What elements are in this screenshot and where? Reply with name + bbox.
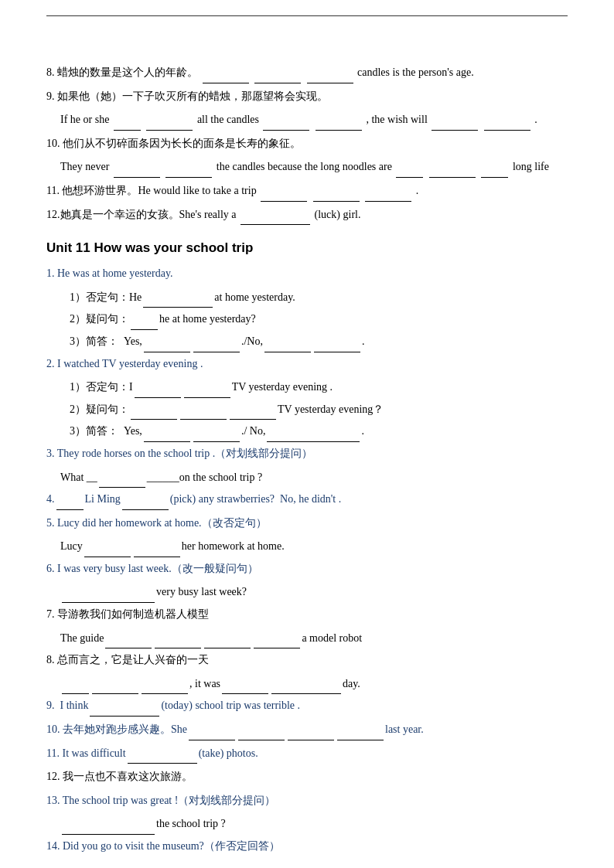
- blank-1-a2[interactable]: [193, 340, 240, 352]
- unit-title: Unit 11 How was your school trip: [46, 240, 568, 256]
- unit-item-2-sub2: 2）疑问句：TV yesterday evening？: [70, 400, 568, 420]
- blank-10u-4[interactable]: [337, 728, 384, 740]
- blank-10u-1[interactable]: [189, 728, 235, 740]
- blank-8u-5[interactable]: [271, 682, 341, 694]
- blank-1-a1[interactable]: [144, 340, 190, 352]
- unit-item-14-followup: ,.: [60, 860, 568, 868]
- unit-item-9: 9. I think(today) school trip was terrib…: [46, 696, 568, 717]
- item-10: 10. 他们从不切碎面条因为长长的面条是长寿的象征。: [46, 134, 568, 155]
- blank-11-3[interactable]: [365, 189, 411, 202]
- blank-2-a3[interactable]: [267, 430, 360, 442]
- unit-item-1: 1. He was at home yesterday.: [46, 264, 568, 284]
- unit-item-8-english: , it wasday.: [60, 674, 568, 695]
- blank-2-q-2[interactable]: [180, 407, 227, 420]
- blank-2-a2[interactable]: [193, 430, 240, 442]
- blank-8-3[interactable]: [307, 71, 353, 83]
- blank-9-4[interactable]: [316, 118, 362, 131]
- unit-item-11: 11. It was difficult(take) photos.: [46, 744, 568, 764]
- unit-item-5: 5. Lucy did her homework at home.（改否定句）: [46, 513, 568, 534]
- top-border: [46, 15, 568, 16]
- blank-8u-1[interactable]: [62, 682, 89, 694]
- blank-8-2[interactable]: [254, 71, 301, 83]
- unit-item-12: 12. 我一点也不喜欢这次旅游。: [46, 767, 568, 788]
- unit-item-13-followup: the school trip ?: [60, 814, 568, 835]
- blank-11-1[interactable]: [261, 189, 307, 202]
- blank-2-q-3[interactable]: [230, 407, 276, 420]
- unit-item-7: 7. 导游教我们如何制造机器人模型: [46, 604, 568, 625]
- blank-7-4[interactable]: [254, 636, 300, 648]
- unit-item-3-followup: What ________on the school trip ?: [60, 468, 568, 488]
- unit-item-10: 10. 去年她对跑步感兴趣。Shelast year.: [46, 720, 568, 740]
- blank-1-q-1[interactable]: [131, 318, 158, 330]
- unit-item-1-sub3: 3）简答： Yes,./No,.: [70, 332, 568, 352]
- blank-2-neg-1[interactable]: [135, 386, 181, 398]
- blank-9-5[interactable]: [432, 118, 478, 131]
- blank-9-2[interactable]: [146, 118, 193, 131]
- blank-12-1[interactable]: [240, 213, 310, 225]
- blank-9-6[interactable]: [484, 118, 530, 131]
- unit-item-1-sub1: 1）否定句：Heat home yesterday.: [70, 288, 568, 308]
- blank-2-q-1[interactable]: [131, 407, 177, 420]
- blank-6-1[interactable]: [62, 591, 155, 603]
- unit-item-2: 2. I watched TV yesterday evening .: [46, 354, 568, 375]
- unit-item-6: 6. I was very busy last week.（改一般疑问句）: [46, 559, 568, 580]
- blank-3-1[interactable]: [99, 475, 145, 488]
- item-8: 8. 蜡烛的数量是这个人的年龄。 candles is the person's…: [46, 63, 568, 83]
- unit-item-1-sub2: 2）疑问句：he at home yesterday?: [70, 309, 568, 330]
- unit-item-7-english: The guidea model robot: [60, 628, 568, 649]
- unit-item-13: 13. The school trip was great !（对划线部分提问）: [46, 791, 568, 812]
- unit-item-14: 14. Did you go to visit the museum?（作否定回…: [46, 836, 568, 857]
- unit-item-4: 4.Li Ming(pick) any strawberries? No, he…: [46, 489, 568, 510]
- unit-item-2-sub1: 1）否定句：ITV yesterday evening .: [70, 377, 568, 398]
- top-section: 8. 蜡烛的数量是这个人的年龄。 candles is the person's…: [46, 63, 568, 225]
- unit-11-section: Unit 11 How was your school trip 1. He w…: [46, 240, 568, 868]
- unit-item-2-sub3: 3）简答： Yes,./ No,.: [70, 421, 568, 442]
- blank-4-2[interactable]: [122, 498, 169, 510]
- item-10-english: They never the candles because the long …: [60, 157, 568, 178]
- blank-5-1[interactable]: [84, 545, 131, 557]
- blank-7-3[interactable]: [204, 636, 251, 648]
- blank-9-1[interactable]: [114, 118, 141, 131]
- blank-10-1[interactable]: [114, 165, 160, 178]
- item-9: 9. 如果他（她）一下子吹灭所有的蜡烛，那愿望将会实现。: [46, 87, 568, 107]
- blank-2-a1[interactable]: [144, 430, 190, 442]
- blank-9u-1[interactable]: [90, 704, 159, 717]
- blank-4-1[interactable]: [56, 498, 84, 510]
- blank-10-4[interactable]: [429, 165, 476, 178]
- blank-2-neg-2[interactable]: [184, 386, 230, 398]
- blank-1-a3[interactable]: [264, 340, 311, 352]
- blank-8u-3[interactable]: [142, 682, 188, 694]
- unit-item-3: 3. They rode horses on the school trip .…: [46, 444, 568, 465]
- blank-10-2[interactable]: [165, 165, 212, 178]
- blank-7-1[interactable]: [105, 636, 152, 648]
- item-12: 12.她真是一个幸运的女孩。She's really a (luck) girl…: [46, 205, 568, 226]
- blank-10u-2[interactable]: [238, 728, 285, 740]
- blank-9-3[interactable]: [263, 118, 309, 131]
- blank-8u-2[interactable]: [92, 682, 138, 694]
- unit-item-6-followup: very busy last week?: [60, 582, 568, 603]
- blank-10-3[interactable]: [396, 165, 423, 178]
- item-11: 11. 他想环游世界。He would like to take a trip …: [46, 181, 568, 202]
- blank-10u-3[interactable]: [288, 728, 334, 740]
- unit-item-8: 8. 总而言之，它是让人兴奋的一天: [46, 650, 568, 671]
- item-8-text: candles is the person's age.: [357, 66, 474, 78]
- item-8-number: 8. 蜡烛的数量是这个人的年龄。: [46, 66, 198, 78]
- item-9-english: If he or she all the candles , the wish …: [60, 110, 568, 131]
- item-9-number: 9. 如果他（她）一下子吹灭所有的蜡烛，那愿望将会实现。: [46, 90, 328, 102]
- blank-13-1[interactable]: [62, 822, 155, 835]
- blank-1-a4[interactable]: [314, 340, 360, 352]
- blank-11-2[interactable]: [313, 189, 360, 202]
- blank-1-neg-1[interactable]: [143, 295, 213, 308]
- blank-8u-4[interactable]: [222, 682, 268, 694]
- blank-7-2[interactable]: [155, 636, 201, 648]
- blank-8-1[interactable]: [203, 71, 249, 83]
- blank-11u-1[interactable]: [128, 751, 197, 764]
- blank-5-2[interactable]: [134, 545, 180, 557]
- blank-10-5[interactable]: [481, 165, 508, 178]
- unit-item-5-followup: Lucyher homework at home.: [60, 536, 568, 557]
